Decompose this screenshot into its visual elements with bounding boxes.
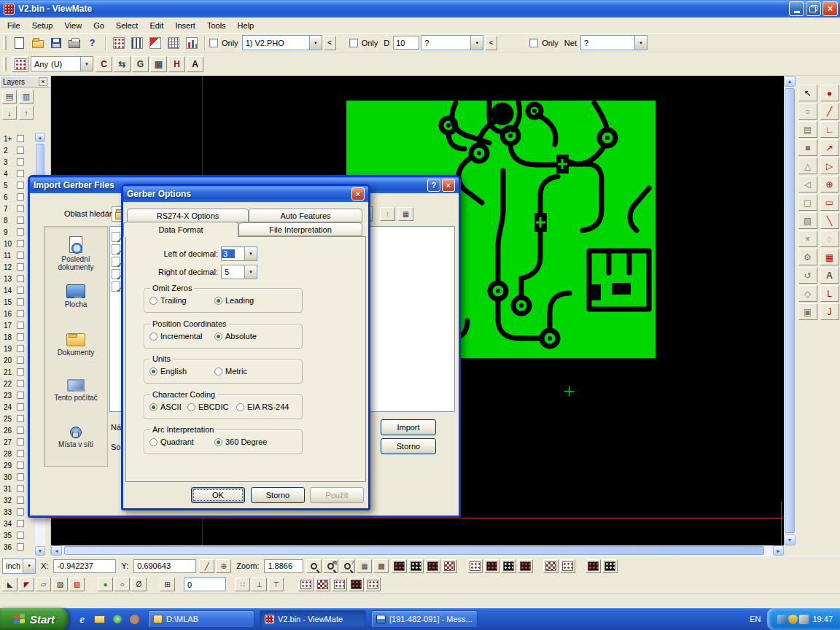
- layer-visibility-checkbox[interactable]: [17, 333, 24, 341]
- dcode-value-input[interactable]: 10: [393, 36, 419, 50]
- close-button[interactable]: ×: [822, 1, 838, 16]
- anchor-down-icon[interactable]: ⊥: [252, 578, 267, 591]
- menu-item-view[interactable]: View: [58, 19, 88, 32]
- layer-columns-icon[interactable]: ▥: [19, 90, 34, 104]
- layer-visibility-checkbox[interactable]: [17, 322, 24, 329]
- move-layer-up-icon[interactable]: ↑: [19, 106, 34, 120]
- dots-grid-icon[interactable]: ∷: [235, 578, 250, 591]
- backslash-tool-icon[interactable]: ╲: [820, 212, 839, 229]
- print-icon[interactable]: [66, 35, 82, 51]
- layer-visibility-checkbox[interactable]: [17, 380, 24, 387]
- layer-visibility-checkbox[interactable]: [17, 497, 24, 504]
- taskbar-clock[interactable]: 19:47: [812, 615, 833, 623]
- previous-dcode-button[interactable]: <: [485, 36, 497, 50]
- vertical-scrollbar[interactable]: ▲ ▼: [784, 76, 796, 545]
- layer-visibility-checkbox[interactable]: [17, 427, 24, 434]
- network-tray-icon[interactable]: [777, 615, 787, 624]
- menu-item-setup[interactable]: Setup: [26, 19, 59, 32]
- layer-visibility-checkbox[interactable]: [17, 252, 24, 259]
- layer-visibility-checkbox[interactable]: [17, 415, 24, 422]
- gerber-file-icon[interactable]: [112, 232, 120, 242]
- corner-ruler-icon[interactable]: ◤: [19, 578, 34, 591]
- layer-columns-icon[interactable]: [128, 35, 145, 51]
- target-tool-icon[interactable]: ⊕: [820, 176, 839, 192]
- radio-ebcdic[interactable]: EBCDIC: [187, 402, 229, 411]
- aperture-grid-icon[interactable]: [12, 56, 28, 72]
- internet-explorer-icon[interactable]: e: [76, 613, 88, 626]
- menu-item-tools[interactable]: Tools: [201, 19, 232, 32]
- layer-visibility-checkbox[interactable]: [17, 158, 24, 166]
- layer-visibility-checkbox[interactable]: [17, 310, 24, 317]
- task-explorer[interactable]: D:\MLAB: [148, 610, 254, 628]
- layer-visibility-checkbox[interactable]: [17, 403, 24, 411]
- dcode-filter-icon[interactable]: [560, 559, 575, 573]
- only-dcode-checkbox[interactable]: [349, 39, 358, 47]
- frame-tool-icon[interactable]: ▢: [798, 194, 817, 211]
- horizontal-scrollbar[interactable]: ◄ ►: [51, 545, 784, 556]
- shield-tray-icon[interactable]: [788, 615, 798, 624]
- dcode-filter-icon[interactable]: [315, 578, 330, 591]
- circle-aperture-icon[interactable]: C: [96, 56, 112, 72]
- only-net-checkbox[interactable]: [529, 39, 538, 47]
- zoom-icon[interactable]: [306, 559, 322, 573]
- units-combo[interactable]: inch ▼: [2, 559, 36, 574]
- dcode-filter-combo[interactable]: ? ▼: [421, 35, 483, 50]
- j-hook-tool-icon[interactable]: J: [820, 303, 839, 320]
- rotate-tool-icon[interactable]: ↺: [798, 267, 817, 284]
- zoom-query-icon[interactable]: ?: [340, 559, 355, 573]
- arrow-ne-tool-icon[interactable]: ↗: [820, 139, 839, 156]
- circle-tool-icon[interactable]: ○: [798, 103, 817, 120]
- gerber-file-icon[interactable]: [112, 269, 120, 279]
- scroll-up-icon[interactable]: ▲: [784, 76, 796, 87]
- chevron-down-icon[interactable]: ▼: [244, 265, 257, 279]
- dcode-filter-icon[interactable]: [602, 559, 618, 573]
- place-item-posledn-dokumenty[interactable]: Poslední dokumenty: [44, 236, 107, 271]
- pointer-tool-icon[interactable]: ↖: [798, 85, 817, 101]
- tab-data-format[interactable]: Data Format: [123, 222, 238, 237]
- report-chart-icon[interactable]: [183, 35, 200, 51]
- radio-leading[interactable]: Leading: [214, 296, 254, 305]
- parallelogram-icon[interactable]: ▱: [36, 578, 51, 591]
- menu-item-file[interactable]: File: [1, 19, 26, 32]
- layer-visibility-checkbox[interactable]: [17, 275, 24, 282]
- dashed-circle-tool-icon[interactable]: ◌: [820, 230, 839, 247]
- mirror-tool-icon[interactable]: ◁: [798, 176, 817, 192]
- firefox-icon[interactable]: [128, 613, 141, 626]
- dcode-filter-icon[interactable]: [349, 578, 364, 591]
- system-tray[interactable]: 19:47: [767, 608, 840, 630]
- layer-select-combo[interactable]: 1) V2.PHO ▼: [242, 35, 322, 50]
- layer-visibility-checkbox[interactable]: [17, 205, 24, 212]
- layer-visibility-checkbox[interactable]: [17, 438, 24, 446]
- grid-fill-tool-icon[interactable]: ▦: [820, 249, 839, 265]
- probe-icon[interactable]: Ø: [131, 578, 147, 591]
- scrollbar-thumb[interactable]: [64, 546, 764, 555]
- language-indicator[interactable]: EN: [743, 615, 767, 623]
- layer-visibility-checkbox[interactable]: [17, 147, 24, 154]
- grid-coarse-icon[interactable]: ▩: [373, 559, 389, 573]
- dcode-filter-icon[interactable]: [586, 559, 601, 573]
- place-item-m-sta-v-s-ti[interactable]: Místa v síti: [44, 425, 107, 448]
- dcode-filter-icon[interactable]: [392, 559, 407, 573]
- tab-auto-features[interactable]: Auto Features: [249, 209, 362, 222]
- layer-visibility-checkbox[interactable]: [17, 368, 24, 376]
- zoom-page-icon[interactable]: ▤: [323, 559, 338, 573]
- task-viewmate[interactable]: V2.bin - ViewMate: [260, 610, 366, 628]
- pad-dot-tool-icon[interactable]: ●: [820, 85, 839, 101]
- film-flag-icon[interactable]: [147, 35, 163, 51]
- layer-list-icon[interactable]: ▤: [2, 90, 17, 104]
- dcode-filter-icon[interactable]: [484, 559, 499, 573]
- layer-visibility-checkbox[interactable]: [17, 263, 24, 271]
- layers-panel-close-icon[interactable]: ×: [39, 77, 47, 86]
- menu-item-insert[interactable]: Insert: [169, 19, 201, 32]
- grid-icon[interactable]: ▦: [150, 56, 167, 72]
- help-icon[interactable]: ?: [84, 35, 101, 51]
- h-command-icon[interactable]: H: [168, 56, 185, 72]
- layer-visibility-checkbox[interactable]: [17, 287, 24, 294]
- place-item-tento-po-ta[interactable]: Tento počítač: [44, 378, 107, 402]
- aperture-type-combo[interactable]: Any(U) ▼: [31, 56, 93, 71]
- layer-visibility-checkbox[interactable]: [17, 532, 24, 539]
- grid-fine-icon[interactable]: ▦: [357, 559, 372, 573]
- dcode-filter-icon[interactable]: [442, 559, 457, 573]
- net-filter-combo[interactable]: ? ▼: [580, 35, 648, 50]
- circle-icon[interactable]: ○: [114, 578, 130, 591]
